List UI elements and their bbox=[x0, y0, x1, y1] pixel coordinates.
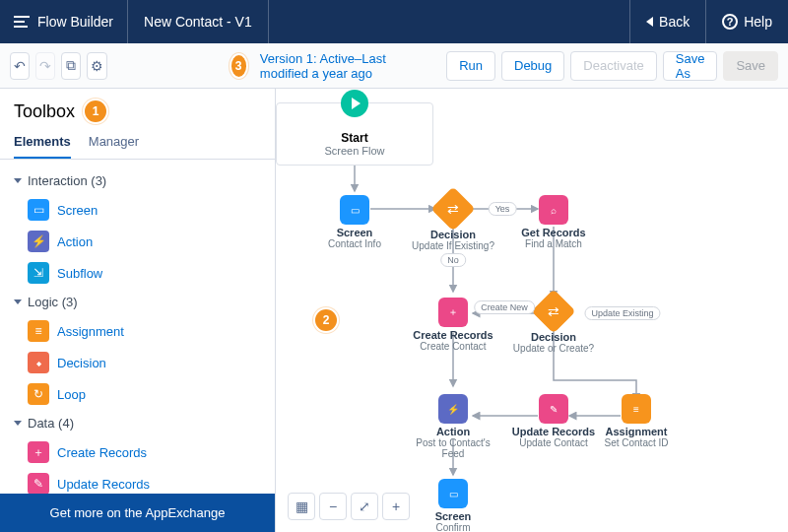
node-assignment[interactable]: ≡ Assignment Set Contact ID bbox=[587, 394, 686, 448]
save-as-button[interactable]: Save As bbox=[663, 51, 718, 81]
subflow-icon: ⇲ bbox=[28, 262, 49, 284]
zoom-in-button[interactable]: + bbox=[382, 493, 410, 520]
action-icon: ⚡ bbox=[438, 394, 468, 424]
tab-elements[interactable]: Elements bbox=[14, 134, 71, 159]
settings-button[interactable]: ⚙ bbox=[87, 52, 106, 80]
arrow-left-icon bbox=[646, 17, 653, 27]
loop-icon: ↻ bbox=[28, 383, 49, 405]
toolbar: ↶ ↷ ⧉ ⚙ 3 Version 1: Active–Last modifie… bbox=[0, 43, 788, 89]
toolbox-title: Toolbox bbox=[14, 101, 75, 122]
palette-loop[interactable]: ↻Loop bbox=[10, 378, 265, 410]
node-get-records[interactable]: ⌕ Get Records Find a Match bbox=[504, 195, 603, 249]
create-records-icon: ＋ bbox=[438, 298, 468, 327]
start-node[interactable]: Start Screen Flow bbox=[276, 102, 433, 166]
update-records-icon: ✎ bbox=[28, 473, 49, 494]
toolbox-list: Interaction (3) ▭Screen ⚡Action ⇲Subflow… bbox=[0, 160, 275, 494]
flow-canvas[interactable]: Start Screen Flow ▭ Screen Contact Info … bbox=[276, 89, 788, 532]
help-icon: ? bbox=[722, 14, 738, 30]
chevron-down-icon bbox=[14, 299, 22, 304]
assignment-icon: ≡ bbox=[622, 394, 651, 424]
help-label: Help bbox=[744, 14, 772, 30]
callout-3: 3 bbox=[231, 55, 246, 77]
app-name: Flow Builder bbox=[37, 14, 113, 30]
group-data[interactable]: Data (4) bbox=[10, 410, 265, 436]
app-brand: Flow Builder bbox=[0, 0, 128, 43]
callout-1: 1 bbox=[85, 100, 106, 122]
node-decision-update-if-existing[interactable]: ⇄ Decision Update If Existing? bbox=[404, 193, 502, 251]
top-nav: Flow Builder New Contact - V1 Back ? Hel… bbox=[0, 0, 788, 43]
assignment-icon: ≡ bbox=[28, 320, 49, 342]
zoom-controls: ▦ − ⤢ + bbox=[288, 493, 410, 520]
start-subtitle: Screen Flow bbox=[283, 145, 427, 157]
debug-button[interactable]: Debug bbox=[501, 51, 564, 81]
toolbox-tabs: Elements Manager bbox=[0, 126, 275, 160]
deactivate-button: Deactivate bbox=[570, 51, 656, 81]
toolbox-sidebar: Toolbox 1 Elements Manager Interaction (… bbox=[0, 89, 276, 532]
start-title: Start bbox=[283, 131, 427, 145]
node-action-post-feed[interactable]: ⚡ Action Post to Contact's Feed bbox=[404, 394, 502, 459]
chevron-down-icon bbox=[14, 178, 22, 183]
zoom-out-button[interactable]: − bbox=[319, 493, 347, 520]
back-label: Back bbox=[659, 14, 690, 30]
update-records-icon: ✎ bbox=[539, 394, 568, 424]
zoom-expand-button[interactable]: ⤢ bbox=[351, 493, 378, 520]
appexchange-button[interactable]: Get more on the AppExchange bbox=[0, 494, 275, 532]
palette-decision[interactable]: ⬥Decision bbox=[10, 347, 265, 378]
edge-label-create-new: Create New bbox=[474, 300, 535, 314]
chevron-down-icon bbox=[14, 421, 22, 426]
decision-icon: ⇄ bbox=[531, 289, 575, 333]
palette-action[interactable]: ⚡Action bbox=[10, 226, 265, 257]
palette-assignment[interactable]: ≡Assignment bbox=[10, 315, 265, 347]
palette-update-records[interactable]: ✎Update Records bbox=[10, 468, 265, 494]
create-records-icon: ＋ bbox=[28, 441, 49, 463]
action-icon: ⚡ bbox=[28, 231, 49, 252]
screen-icon: ▭ bbox=[438, 479, 468, 508]
page-title: New Contact - V1 bbox=[128, 0, 269, 43]
version-text: Version 1: Active–Last modified a year a… bbox=[260, 51, 428, 81]
screen-icon: ▭ bbox=[340, 195, 369, 225]
group-logic[interactable]: Logic (3) bbox=[10, 289, 265, 315]
get-records-icon: ⌕ bbox=[539, 195, 568, 225]
save-button: Save bbox=[723, 51, 778, 81]
undo-button[interactable]: ↶ bbox=[10, 52, 30, 80]
zoom-fit-button[interactable]: ▦ bbox=[288, 493, 315, 520]
decision-icon: ⇄ bbox=[430, 186, 475, 231]
palette-subflow[interactable]: ⇲Subflow bbox=[10, 257, 265, 289]
palette-create-records[interactable]: ＋Create Records bbox=[10, 436, 265, 468]
redo-button[interactable]: ↷ bbox=[35, 52, 55, 80]
node-screen-contact-info[interactable]: ▭ Screen Contact Info bbox=[305, 195, 404, 249]
callout-2: 2 bbox=[315, 309, 337, 331]
screen-icon: ▭ bbox=[28, 199, 49, 221]
copy-button[interactable]: ⧉ bbox=[61, 52, 81, 80]
run-button[interactable]: Run bbox=[446, 51, 495, 81]
decision-icon: ⬥ bbox=[28, 352, 49, 373]
group-interaction[interactable]: Interaction (3) bbox=[10, 167, 265, 194]
edge-label-no: No bbox=[440, 253, 466, 267]
edge-label-update-existing: Update Existing bbox=[584, 306, 660, 320]
flow-builder-icon bbox=[14, 16, 30, 28]
play-icon bbox=[341, 90, 368, 117]
back-button[interactable]: Back bbox=[629, 0, 705, 43]
tab-manager[interactable]: Manager bbox=[89, 134, 139, 159]
node-screen-confirm[interactable]: ▭ Screen Confirm bbox=[404, 479, 502, 532]
palette-screen[interactable]: ▭Screen bbox=[10, 194, 265, 226]
edge-label-yes: Yes bbox=[489, 202, 517, 216]
help-button[interactable]: ? Help bbox=[705, 0, 788, 43]
